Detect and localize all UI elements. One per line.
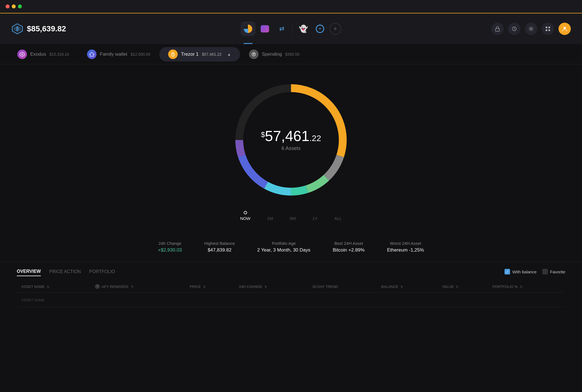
favorite-checkbox[interactable] <box>542 269 548 274</box>
svg-point-5 <box>530 28 532 30</box>
add-icon: + <box>334 25 337 32</box>
nav-add-btn[interactable]: + <box>330 23 341 35</box>
table-controls: ✓ With balance Favorite <box>504 269 565 274</box>
close-button[interactable] <box>6 4 10 8</box>
nav-add-wallet[interactable]: + <box>313 22 327 36</box>
stat-worst-asset: Worst 24H Asset Ethereum -1,25% <box>387 241 424 253</box>
th-asset-name[interactable]: ASSET NAME ⇅ <box>17 281 90 293</box>
wallet-tab-family[interactable]: Family wallet $12,500.00 <box>78 47 159 62</box>
timeline-now[interactable]: NOW <box>240 211 250 221</box>
trezor1-balance: $57,461.22 <box>202 52 222 57</box>
asset-table: ASSET NAME ⇅ ? APY REWARDS ⇅ PRICE ⇅ <box>17 281 565 307</box>
svg-point-10 <box>564 27 566 29</box>
stat-best-asset: Best 24H Asset Bitcoin +2.89% <box>333 241 365 253</box>
table-section: OVERVIEW PRICE ACTION PORTFOLIO ✓ With b… <box>0 262 582 307</box>
stat-worst-asset-value: Ethereum -1,25% <box>387 247 424 253</box>
family-icon <box>87 50 97 59</box>
nav-ghost[interactable]: 👻 <box>296 22 311 36</box>
tab-overview[interactable]: OVERVIEW <box>17 267 41 276</box>
chart-amount-cents: .22 <box>309 133 321 143</box>
th-portfolio-pct[interactable]: PORTFOLIO % ⇅ <box>488 281 565 293</box>
favorite-label: Favorite <box>550 269 565 274</box>
maximize-button[interactable] <box>18 4 22 8</box>
history-icon <box>511 26 517 32</box>
ghost-icon: 👻 <box>299 25 308 33</box>
svg-rect-3 <box>496 29 499 31</box>
lock-btn[interactable] <box>491 23 504 35</box>
exodus-icon <box>17 50 27 59</box>
header: ₿ $85,639.82 ⇄ 👻 + + <box>0 13 582 44</box>
tab-portfolio[interactable]: PORTFOLIO <box>89 267 115 276</box>
trezor1-arrow: ▲ <box>227 52 231 57</box>
portfolio-icon <box>244 25 252 33</box>
svg-marker-12 <box>21 53 23 55</box>
wallet-tabs: Exodus $15,318.10 Family wallet $12,500.… <box>0 44 582 64</box>
settings-btn[interactable] <box>525 23 537 35</box>
chart-amount-main: 57,461 <box>265 128 309 144</box>
tab-price-action[interactable]: PRICE ACTION <box>49 267 81 276</box>
app-logo: ₿ <box>11 23 24 35</box>
logo-area: ₿ $85,639.82 <box>11 23 73 35</box>
svg-rect-7 <box>548 27 550 28</box>
stats-row: 24h Change +$2,930.03 Highest Balance $4… <box>0 235 582 262</box>
wallet-tab-trezor1[interactable]: Trezor 1 $57,461.22 ▲ <box>159 47 240 62</box>
stat-highest-balance-value: $47,839.82 <box>204 247 235 253</box>
with-balance-toggle[interactable]: ✓ With balance <box>504 269 537 274</box>
nav-divider <box>292 24 293 34</box>
stat-24h-change-label: 24h Change <box>158 241 182 246</box>
lock-icon <box>495 26 500 32</box>
main-content: $57,461.22 6 Assets NOW 1M 6M 1Y ALL 24h… <box>0 64 582 307</box>
history-btn[interactable] <box>508 23 520 35</box>
trezor1-name: Trezor 1 <box>181 51 199 57</box>
th-30day-trend[interactable]: 30 DAY TREND <box>308 281 377 293</box>
th-24h-change[interactable]: 24H CHANGE ⇅ <box>234 281 308 293</box>
svg-text:₿: ₿ <box>16 26 18 31</box>
stat-highest-balance: Highest Balance $47,839.82 <box>204 241 235 253</box>
trezor1-icon <box>168 50 178 59</box>
th-apy-rewards[interactable]: ? APY REWARDS ⇅ <box>90 281 185 293</box>
stat-portfolio-age-label: Portfolio Age <box>257 241 310 246</box>
svg-rect-8 <box>546 29 547 31</box>
th-price[interactable]: PRICE ⇅ <box>185 281 234 293</box>
spending-icon <box>249 50 259 59</box>
apy-help-icon: ? <box>95 284 100 289</box>
svg-rect-9 <box>548 29 550 31</box>
sort-apy: ⇅ <box>131 285 133 288</box>
sort-portfolio-pct: ⇅ <box>520 285 522 289</box>
stat-portfolio-age: Portfolio Age 2 Year, 3 Month, 30 Days <box>257 241 310 253</box>
nav-wallets[interactable] <box>258 22 272 36</box>
asset-name-placeholder: ASSET NAME <box>21 298 45 302</box>
stat-best-asset-value: Bitcoin +2.89% <box>333 247 365 253</box>
header-nav: ⇄ 👻 + + <box>241 22 341 36</box>
wallet-tab-exodus[interactable]: Exodus $15,318.10 <box>8 47 78 62</box>
stat-24h-change: 24h Change +$2,930.03 <box>158 241 182 253</box>
with-balance-checkbox[interactable]: ✓ <box>504 269 510 274</box>
avatar-icon <box>562 26 568 32</box>
transfer-icon: ⇄ <box>279 25 284 32</box>
minimize-button[interactable] <box>12 4 16 8</box>
timeline-1m[interactable]: 1M <box>267 216 273 221</box>
avatar-btn[interactable] <box>558 23 571 35</box>
chart-amount-prefix: $ <box>261 131 265 138</box>
settings-icon <box>528 26 534 32</box>
stat-best-asset-label: Best 24H Asset <box>333 241 365 246</box>
exodus-name: Exodus <box>30 51 46 57</box>
th-balance[interactable]: BALANCE ⇅ <box>377 281 438 293</box>
spending-name: Spending <box>262 51 282 57</box>
timeline-6m[interactable]: 6M <box>290 216 296 221</box>
chart-assets-label: 6 Assets <box>261 145 321 151</box>
wallet-tab-spending[interactable]: Spending $360.50 <box>240 47 308 62</box>
nav-portfolio[interactable] <box>241 22 255 36</box>
favorite-toggle[interactable]: Favorite <box>542 269 565 274</box>
traffic-lights <box>6 4 22 8</box>
wallet-icon <box>261 25 269 32</box>
grid-btn[interactable] <box>542 23 554 35</box>
nav-transfer[interactable]: ⇄ <box>274 22 289 36</box>
timeline-all[interactable]: ALL <box>334 216 342 221</box>
th-value[interactable]: VALUE ⇅ <box>438 281 488 293</box>
total-balance: $85,639.82 <box>27 24 66 33</box>
table-row[interactable]: ASSET NAME <box>17 293 565 307</box>
spending-balance: $360.50 <box>285 52 300 57</box>
svg-point-14 <box>173 54 173 55</box>
timeline-1y[interactable]: 1Y <box>313 216 318 221</box>
